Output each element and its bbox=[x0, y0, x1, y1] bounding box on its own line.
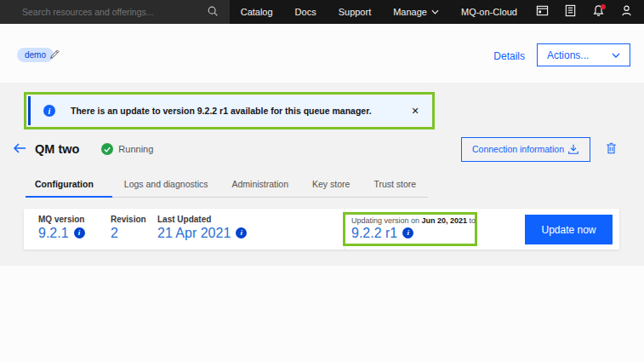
annotation-highlight-banner: i There is an update to version 9.2.2 r1… bbox=[24, 92, 435, 129]
last-updated-label: Last Updated bbox=[157, 215, 247, 224]
user-profile-button[interactable] bbox=[613, 0, 641, 24]
running-check-icon bbox=[101, 143, 113, 155]
revision-column: Revision 2 bbox=[111, 215, 146, 241]
search-input[interactable] bbox=[20, 6, 196, 18]
web-window-icon bbox=[536, 4, 549, 20]
notification-badge bbox=[601, 4, 606, 9]
info-icon[interactable]: i bbox=[74, 227, 85, 238]
back-arrow-icon bbox=[13, 143, 26, 156]
web-window-button[interactable] bbox=[528, 0, 556, 24]
search-button[interactable] bbox=[196, 0, 230, 24]
banner-message: There is an update to version 9.2.2 r1 a… bbox=[71, 106, 372, 116]
tab-logs-and-diagnostics[interactable]: Logs and diagnostics bbox=[112, 171, 220, 197]
status-label: Running bbox=[118, 144, 153, 154]
page-footer-area bbox=[0, 266, 644, 362]
trash-icon bbox=[606, 142, 617, 157]
info-icon: i bbox=[43, 105, 55, 117]
tab-key-store[interactable]: Key store bbox=[300, 171, 362, 197]
updating-version-text: Updating version on Jun 20, 2021 to bbox=[351, 216, 475, 225]
queue-manager-title: QM two bbox=[35, 142, 79, 156]
nav-item-docs[interactable]: Docs bbox=[284, 0, 328, 24]
mq-version-label: MQ version bbox=[38, 215, 85, 224]
nav-label: MQ-on-Cloud bbox=[461, 7, 517, 17]
back-button[interactable] bbox=[10, 140, 29, 158]
tab-administration[interactable]: Administration bbox=[219, 171, 300, 197]
connection-information-button[interactable]: Connection information bbox=[461, 137, 590, 162]
download-icon bbox=[567, 143, 579, 155]
nav-item-support[interactable]: Support bbox=[328, 0, 383, 24]
mq-version-value: 9.2.1 bbox=[38, 226, 69, 241]
actions-label: Actions... bbox=[547, 49, 589, 61]
user-avatar-icon bbox=[620, 4, 633, 20]
update-now-button[interactable]: Update now bbox=[525, 215, 613, 244]
updating-version-value: 9.2.2 r1 bbox=[351, 226, 397, 241]
version-card: MQ version 9.2.1 i Revision 2 Last Updat… bbox=[24, 209, 619, 250]
nav-item-manage[interactable]: Manage bbox=[382, 0, 450, 24]
delete-queue-manager-button[interactable] bbox=[601, 140, 620, 158]
annotation-highlight-updating-version: Updating version on Jun 20, 2021 to 9.2.… bbox=[343, 212, 477, 246]
chevron-down-icon bbox=[431, 9, 439, 14]
status-badge: Running bbox=[101, 143, 153, 155]
header-nav: Catalog Docs Support Manage MQ-on-Cloud bbox=[230, 0, 528, 24]
resource-subheader: demo Details Actions... bbox=[0, 24, 644, 83]
info-icon[interactable]: i bbox=[236, 227, 247, 238]
nav-label: Docs bbox=[295, 7, 316, 17]
global-header: Catalog Docs Support Manage MQ-on-Cloud bbox=[0, 0, 644, 24]
update-notification-banner: i There is an update to version 9.2.2 r1… bbox=[28, 96, 430, 125]
queue-manager-header-row: QM two Running Connection information bbox=[10, 135, 620, 163]
nav-item-catalog[interactable]: Catalog bbox=[230, 0, 284, 24]
search-icon bbox=[207, 5, 219, 20]
close-icon: ✕ bbox=[411, 106, 419, 116]
actions-dropdown[interactable]: Actions... bbox=[537, 43, 630, 66]
nav-label: Support bbox=[339, 7, 372, 17]
mq-on-cloud-page: Catalog Docs Support Manage MQ-on-Cloud bbox=[0, 0, 644, 362]
tab-bar: Configuration Logs and diagnostics Admin… bbox=[26, 171, 428, 198]
tab-trust-store[interactable]: Trust store bbox=[362, 171, 428, 197]
nav-item-mq-on-cloud[interactable]: MQ-on-Cloud bbox=[450, 0, 528, 24]
header-icon-group bbox=[528, 0, 644, 24]
updating-date: Jun 20, 2021 bbox=[422, 216, 468, 225]
notifications-button[interactable] bbox=[584, 0, 613, 24]
global-search bbox=[0, 0, 230, 24]
catalog-grid-button[interactable] bbox=[556, 0, 584, 24]
catalog-grid-icon bbox=[564, 4, 577, 20]
details-link[interactable]: Details bbox=[493, 50, 525, 62]
last-updated-value: 21 Apr 2021 bbox=[157, 226, 231, 241]
qm-action-buttons: Connection information bbox=[461, 137, 620, 162]
pencil-icon bbox=[49, 49, 60, 62]
main-content: i There is an update to version 9.2.2 r1… bbox=[0, 83, 644, 266]
revision-value: 2 bbox=[111, 226, 118, 241]
last-updated-column: Last Updated 21 Apr 2021 i bbox=[157, 215, 247, 241]
edit-tags-button[interactable] bbox=[46, 47, 63, 64]
nav-label: Manage bbox=[393, 7, 427, 17]
close-banner-button[interactable]: ✕ bbox=[405, 101, 425, 121]
revision-label: Revision bbox=[111, 215, 146, 224]
connection-information-label: Connection information bbox=[472, 144, 564, 154]
info-icon[interactable]: i bbox=[402, 227, 413, 238]
tab-configuration[interactable]: Configuration bbox=[26, 171, 112, 198]
mq-version-column: MQ version 9.2.1 i bbox=[38, 215, 85, 241]
nav-label: Catalog bbox=[241, 7, 273, 17]
chevron-down-icon bbox=[612, 53, 620, 58]
